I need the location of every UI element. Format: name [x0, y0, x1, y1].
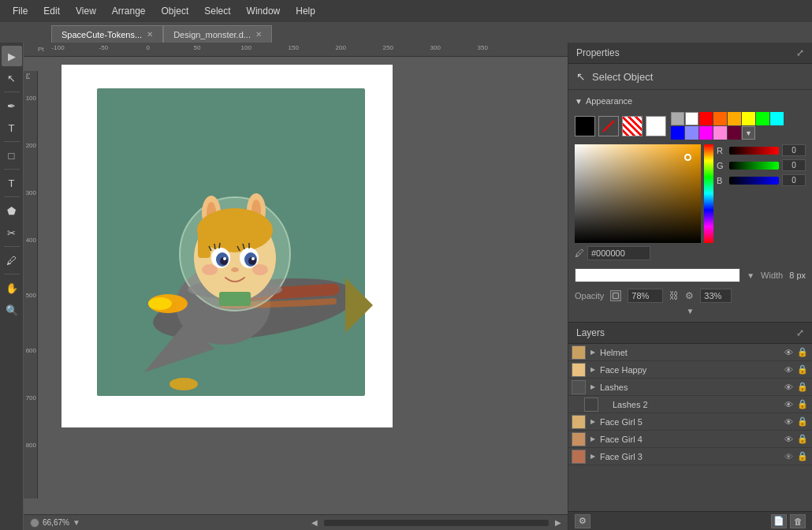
- layer-vis-facegirl5[interactable]: 👁: [782, 416, 795, 428]
- swatch-none[interactable]: [598, 116, 619, 136]
- layer-vis-lashes[interactable]: 👁: [782, 381, 795, 394]
- layer-lock-helmet[interactable]: 🔒: [796, 346, 809, 359]
- menu-help[interactable]: Help: [289, 2, 322, 20]
- r-value[interactable]: [782, 144, 806, 156]
- swatch-striped[interactable]: [622, 116, 643, 136]
- layer-vis-helmet[interactable]: 👁: [782, 346, 795, 359]
- swatch-black[interactable]: [575, 116, 595, 136]
- opacity-icon[interactable]: [610, 290, 621, 301]
- swatch-white[interactable]: [646, 116, 666, 136]
- palette-swatch-magenta[interactable]: [699, 126, 713, 140]
- opacity-row: Opacity ⛓ ⚙: [575, 289, 806, 303]
- opacity-linked-value[interactable]: [700, 289, 732, 303]
- tool-text[interactable]: T: [2, 173, 22, 193]
- layer-item-lashes[interactable]: ▶ Lashes 👁 🔒: [568, 379, 812, 396]
- opacity-mode-icon[interactable]: ⚙: [685, 290, 694, 301]
- tab-0-close[interactable]: ✕: [147, 30, 153, 39]
- menu-view[interactable]: View: [69, 2, 102, 20]
- layer-item-face-happy[interactable]: ▶ Face Happy 👁 🔒: [568, 361, 812, 379]
- menu-edit[interactable]: Edit: [37, 2, 66, 20]
- layer-lock-lashes2[interactable]: 🔒: [796, 398, 809, 411]
- palette-swatch-purple[interactable]: [728, 126, 741, 140]
- palette-swatch-blue[interactable]: [671, 126, 684, 140]
- properties-expand[interactable]: ⤢: [796, 47, 804, 58]
- color-gradient-box[interactable]: [575, 144, 701, 243]
- layer-item-lashes2[interactable]: Lashes 2 👁 🔒: [568, 396, 812, 413]
- layer-lock-facegirl5[interactable]: 🔒: [796, 416, 809, 428]
- palette-swatch-amber[interactable]: [728, 112, 741, 125]
- layer-expand-face-happy[interactable]: ▶: [587, 364, 598, 375]
- b-value[interactable]: [782, 174, 806, 186]
- stroke-dropdown[interactable]: ▼: [747, 271, 754, 280]
- scrollbar-horizontal[interactable]: [324, 520, 549, 526]
- appearance-collapse[interactable]: ▼: [575, 97, 583, 106]
- palette-swatch-cyan[interactable]: [770, 112, 784, 125]
- layer-lock-face-happy[interactable]: 🔒: [796, 364, 809, 376]
- layer-vis-lashes2[interactable]: 👁: [782, 398, 795, 411]
- menu-file[interactable]: File: [6, 2, 34, 20]
- palette-swatch-pink[interactable]: [713, 126, 727, 140]
- layer-item-facegirl5[interactable]: ▶ Face Girl 5 👁 🔒: [568, 413, 812, 431]
- layer-vis-face-happy[interactable]: 👁: [782, 364, 795, 376]
- layers-new-btn[interactable]: 📄: [771, 514, 787, 528]
- tool-scissors[interactable]: ✂: [2, 222, 22, 243]
- tool-type[interactable]: T: [2, 118, 22, 138]
- palette-swatch-violet[interactable]: [685, 126, 698, 140]
- tool-zoom[interactable]: 🔍: [2, 300, 22, 320]
- layer-item-facegirl3[interactable]: ▶ Face Girl 3 👁 🔒: [568, 448, 812, 465]
- layer-item-facegirl4[interactable]: ▶ Face Girl 4 👁 🔒: [568, 431, 812, 448]
- menu-arrange[interactable]: Arrange: [106, 2, 152, 20]
- tool-select[interactable]: ▶: [2, 46, 22, 66]
- layers-settings-btn[interactable]: ⚙: [575, 514, 590, 528]
- stroke-preview[interactable]: [575, 268, 740, 282]
- palette-swatch-gray[interactable]: [671, 112, 684, 125]
- layers-expand-icon[interactable]: ⤢: [796, 327, 804, 338]
- tool-rectangle[interactable]: □: [2, 145, 22, 166]
- palette-swatch-yellow[interactable]: [742, 112, 755, 125]
- expand-more-icon[interactable]: ▼: [687, 307, 695, 315]
- tool-direct-select[interactable]: ↖: [2, 68, 22, 88]
- tool-eyedropper[interactable]: 🖊: [2, 250, 22, 271]
- layer-lock-lashes[interactable]: 🔒: [796, 381, 809, 394]
- spectrum-bar[interactable]: [704, 144, 713, 243]
- scroll-left[interactable]: ◀: [311, 518, 318, 527]
- canvas-viewport[interactable]: [38, 57, 568, 514]
- layer-name-facegirl5: Face Girl 5: [600, 417, 780, 427]
- layer-lock-facegirl4[interactable]: 🔒: [796, 433, 809, 446]
- tab-0[interactable]: SpaceCute-Tokens... ✕: [51, 25, 163, 43]
- tool-pen[interactable]: ✒: [2, 95, 22, 116]
- layer-expand-facegirl3[interactable]: ▶: [587, 451, 598, 462]
- layer-expand-lashes2[interactable]: [600, 399, 611, 410]
- palette-swatch-green[interactable]: [756, 112, 769, 125]
- layer-expand-facegirl5[interactable]: ▶: [587, 416, 598, 427]
- layer-vis-facegirl4[interactable]: 👁: [782, 433, 795, 446]
- layer-expand-lashes[interactable]: ▶: [587, 382, 598, 393]
- g-value[interactable]: [782, 159, 806, 171]
- layer-vis-facegirl3[interactable]: 👁: [782, 450, 795, 463]
- layer-expand-facegirl4[interactable]: ▶: [587, 434, 598, 445]
- layers-delete-btn[interactable]: 🗑: [790, 514, 806, 528]
- tab-1-close[interactable]: ✕: [255, 30, 262, 39]
- opacity-value[interactable]: [628, 289, 663, 303]
- menu-select[interactable]: Select: [198, 2, 237, 20]
- menu-object[interactable]: Object: [155, 2, 196, 20]
- g-slider[interactable]: [729, 162, 779, 170]
- b-slider[interactable]: [729, 177, 779, 185]
- palette-more[interactable]: ▼: [742, 126, 755, 140]
- palette-swatch-white[interactable]: [685, 112, 698, 125]
- palette-swatch-orange[interactable]: [713, 112, 727, 125]
- layer-expand-helmet[interactable]: ▶: [587, 347, 598, 358]
- tab-1[interactable]: Design_monster.d... ✕: [163, 25, 272, 43]
- r-slider[interactable]: [729, 147, 779, 155]
- scroll-right[interactable]: ▶: [555, 518, 561, 527]
- zoom-dropdown[interactable]: ▼: [73, 518, 80, 527]
- hex-input[interactable]: [587, 246, 650, 260]
- layer-lock-facegirl3[interactable]: 🔒: [796, 450, 809, 463]
- tool-fill[interactable]: ⬟: [2, 200, 22, 221]
- menu-window[interactable]: Window: [240, 2, 287, 20]
- palette-swatch-red[interactable]: [699, 112, 713, 125]
- tool-hand[interactable]: ✋: [2, 278, 22, 298]
- layer-item-helmet[interactable]: ▶ Helmet 👁 🔒: [568, 344, 812, 361]
- color-picker-area: 🖊 R G: [575, 144, 806, 260]
- eyedropper-icon[interactable]: 🖊: [575, 248, 584, 259]
